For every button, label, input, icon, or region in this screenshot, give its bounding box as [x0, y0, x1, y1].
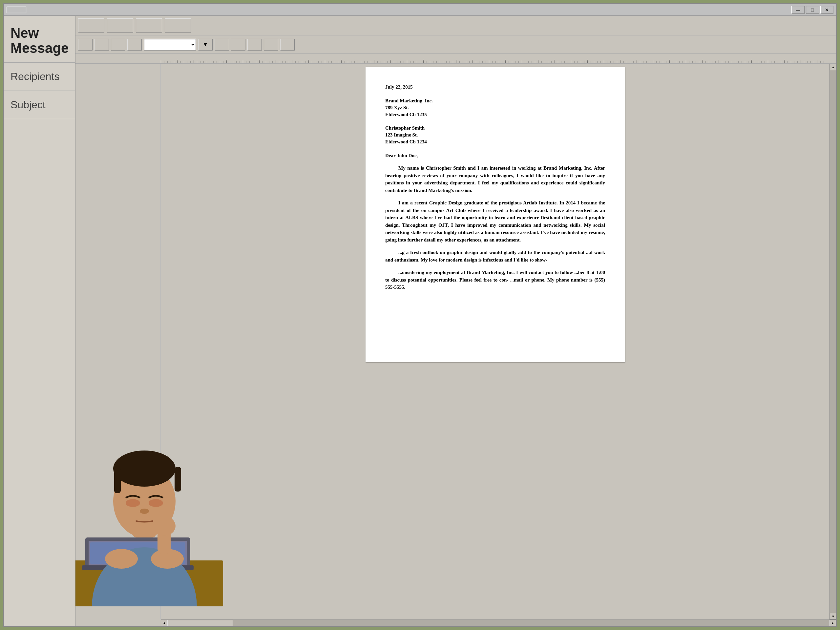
scroll-right-btn[interactable]: ► — [829, 620, 836, 626]
h-scrollbar-track[interactable] — [167, 620, 829, 626]
toolbar-row-1 — [76, 16, 836, 35]
toolbar-sm-btn-4[interactable] — [127, 39, 142, 51]
ruler — [76, 54, 836, 64]
ruler-marks — [161, 54, 826, 63]
doc-para-2: I am a recent Graphic Design graduate of… — [385, 199, 605, 243]
sidebar-header: New Message — [4, 16, 75, 63]
main-window: — □ ✕ New Message Recipients Subject — [3, 3, 837, 627]
title-bar-controls: — □ ✕ — [791, 6, 834, 14]
vertical-scrollbar: ▲ ▼ — [829, 64, 836, 619]
title-bar: — □ ✕ — [4, 4, 836, 16]
svg-point-18 — [105, 549, 138, 568]
scroll-down-btn[interactable]: ▼ — [830, 613, 836, 619]
close-button[interactable]: ✕ — [820, 6, 834, 14]
doc-sender: Christopher Smith 123 Imagine St. Elderw… — [385, 125, 605, 145]
toolbar-sm-btn-7[interactable] — [248, 39, 262, 51]
toolbar-btn-2[interactable] — [107, 18, 133, 33]
toolbar-sm-btn-8[interactable] — [264, 39, 278, 51]
doc-page: July 22, 2015 Brand Marketing, Inc. 789 … — [366, 67, 625, 362]
horizontal-scrollbar: ◄ ► — [161, 619, 836, 626]
svg-point-17 — [140, 508, 149, 514]
doc-date: July 22, 2015 — [385, 83, 605, 91]
doc-para-1: My name is Christopher Smith and I am in… — [385, 164, 605, 194]
toolbar-btn-3[interactable] — [136, 18, 162, 33]
svg-rect-13 — [114, 467, 121, 493]
scroll-left-btn[interactable]: ◄ — [161, 620, 167, 626]
scrollbar-track[interactable] — [830, 70, 836, 613]
font-dropdown-btn[interactable]: ▼ — [198, 39, 213, 51]
doc-left-margin — [76, 64, 161, 619]
toolbar-btn-4[interactable] — [165, 18, 191, 33]
font-select[interactable] — [144, 39, 196, 51]
title-bar-menu-btn[interactable] — [6, 6, 26, 13]
doc-para-4: ...onsidering my employment at Brand Mar… — [385, 269, 605, 291]
subject-label: Subject — [11, 99, 69, 111]
svg-rect-14 — [175, 467, 181, 491]
toolbar-sm-btn-2[interactable] — [95, 39, 109, 51]
minimize-button[interactable]: — — [791, 6, 805, 14]
toolbar-sm-btn-3[interactable] — [111, 39, 125, 51]
main-area: ▼ — [76, 16, 836, 626]
sidebar-subject-field: Subject — [4, 91, 75, 119]
doc-company: Brand Marketing, Inc. 789 Xyz St. Elderw… — [385, 98, 605, 118]
sidebar-recipients-field: Recipients — [4, 63, 75, 91]
doc-salutation: Dear John Doe, — [385, 152, 605, 159]
h-scrollbar-thumb[interactable] — [167, 620, 233, 626]
title-bar-left — [6, 6, 26, 13]
recipients-label: Recipients — [11, 71, 69, 83]
scroll-up-btn[interactable]: ▲ — [830, 64, 836, 70]
toolbar-btn-1[interactable] — [78, 18, 104, 33]
svg-point-12 — [113, 450, 175, 486]
svg-point-15 — [126, 499, 140, 507]
sidebar-title: New Message — [11, 25, 69, 56]
toolbar-row-2: ▼ — [76, 35, 836, 54]
svg-point-21 — [153, 516, 175, 536]
maximize-button[interactable]: □ — [806, 6, 819, 14]
doc-para-3: ...g a fresh outlook on graphic design a… — [385, 249, 605, 264]
toolbar-sm-btn-5[interactable] — [215, 39, 229, 51]
document-row: July 22, 2015 Brand Marketing, Inc. 789 … — [76, 64, 836, 619]
svg-rect-3 — [161, 54, 826, 64]
sidebar: New Message Recipients Subject — [4, 16, 76, 626]
doc-scroll-area[interactable]: July 22, 2015 Brand Marketing, Inc. 789 … — [161, 64, 829, 619]
svg-point-16 — [148, 499, 163, 507]
toolbar-sm-btn-6[interactable] — [231, 39, 245, 51]
toolbar-sm-btn-9[interactable] — [280, 39, 295, 51]
person-illustration — [76, 377, 223, 606]
content-area: New Message Recipients Subject — [4, 16, 836, 626]
toolbar-sm-btn-1[interactable] — [78, 39, 93, 51]
